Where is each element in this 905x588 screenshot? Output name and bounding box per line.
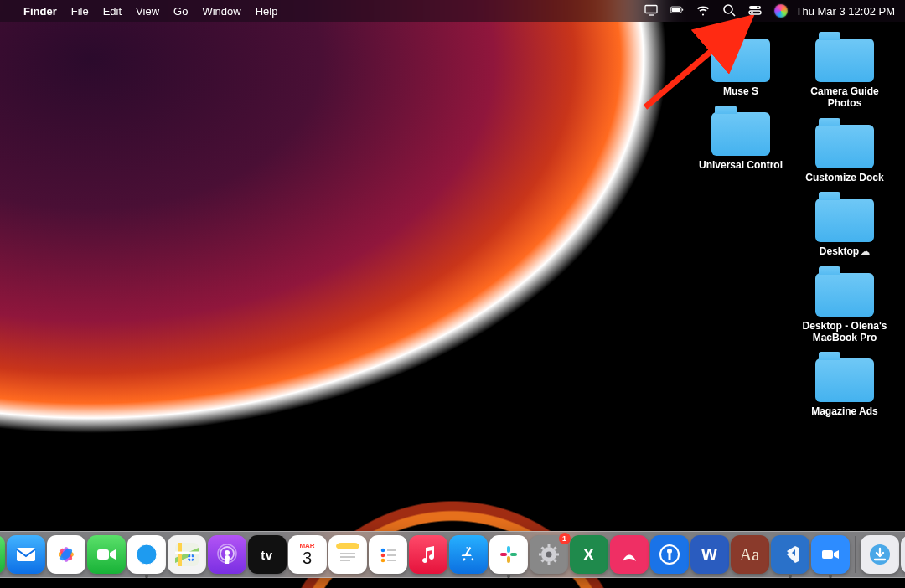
dock-system-preferences[interactable]: 1 [530, 535, 568, 574]
desktop-folder-label: Desktop☁︎ [820, 245, 870, 257]
display-icon[interactable] [644, 3, 658, 19]
dock-vscode[interactable] [771, 535, 809, 574]
dock-separator [855, 536, 856, 573]
desktop-folder-label: Desktop - Olena's MacBook Pro [795, 320, 894, 344]
running-indicator-icon [829, 575, 832, 578]
desktop-folder-desktop-olena[interactable]: Desktop - Olena's MacBook Pro [794, 273, 895, 344]
folder-icon [815, 125, 874, 168]
svg-rect-2 [671, 8, 680, 12]
dock-dictionary[interactable]: Aa [731, 535, 769, 574]
svg-rect-14 [17, 548, 35, 561]
dock-calendar[interactable]: MAR3 [288, 535, 327, 574]
badge: 1 [559, 533, 571, 544]
folder-icon [815, 273, 874, 317]
folder-icon [711, 39, 770, 82]
svg-rect-28 [336, 543, 359, 549]
menubar: Finder File Edit View Go Window Help Thu… [0, 0, 905, 22]
dock-mail[interactable] [7, 535, 45, 574]
svg-rect-34 [507, 546, 510, 553]
dock-podcasts[interactable] [208, 535, 246, 574]
desktop-folder-desktop-cloud[interactable]: Desktop☁︎ [794, 199, 895, 257]
svg-point-31 [380, 554, 385, 558]
dock-appstore[interactable] [449, 535, 488, 574]
svg-point-32 [380, 559, 385, 563]
svg-rect-5 [749, 6, 761, 9]
svg-point-24 [225, 550, 230, 555]
desktop-folder-label: Muse S [723, 85, 758, 97]
svg-line-47 [554, 548, 556, 549]
svg-rect-36 [507, 556, 510, 563]
menu-go[interactable]: Go [173, 5, 188, 18]
dock-maps[interactable] [168, 535, 206, 574]
desktop-folder-label: Universal Control [699, 159, 783, 171]
running-indicator-icon [789, 575, 792, 578]
svg-rect-3 [682, 8, 683, 10]
menu-file[interactable]: File [71, 5, 89, 18]
svg-rect-35 [510, 553, 517, 556]
dock-music[interactable] [409, 535, 447, 574]
desktop-folder-muse-s[interactable]: Muse S [690, 39, 791, 97]
running-indicator-icon [507, 575, 510, 578]
desktop-folder-magazine-ads[interactable]: Magazine Ads [794, 358, 895, 417]
dock-slack[interactable] [489, 535, 528, 574]
menu-finder[interactable]: Finder [23, 5, 57, 18]
dock-downloads[interactable] [861, 535, 899, 574]
dock-safari[interactable] [127, 535, 166, 574]
svg-rect-50 [668, 553, 670, 560]
dock-recent1[interactable] [901, 535, 906, 574]
menu-help[interactable]: Help [256, 5, 278, 18]
svg-rect-0 [645, 5, 657, 13]
desktop-folder-universal-control[interactable]: Universal Control [690, 112, 791, 171]
dock-word[interactable]: W [690, 535, 729, 574]
svg-rect-6 [749, 11, 761, 14]
cloud-icon: ☁︎ [861, 246, 870, 256]
folder-icon [711, 112, 770, 156]
menu-view[interactable]: View [136, 5, 159, 18]
desktop-folder-customize-dock[interactable]: Customize Dock [794, 125, 895, 183]
dock-wrap: tvMAR31XWAa [0, 531, 905, 585]
svg-point-4 [724, 5, 732, 13]
svg-line-43 [541, 560, 543, 561]
running-indicator-icon [145, 575, 148, 578]
wifi-icon[interactable] [696, 3, 710, 19]
dock-notes[interactable] [328, 535, 367, 574]
control-center-icon[interactable] [748, 3, 762, 19]
dock-tv[interactable]: tv [248, 535, 287, 574]
svg-rect-19 [97, 549, 109, 560]
menu-edit[interactable]: Edit [103, 5, 122, 18]
folder-icon [815, 199, 874, 242]
dock-messages[interactable] [0, 535, 5, 574]
svg-point-30 [380, 549, 385, 553]
siri-icon[interactable] [774, 4, 788, 18]
dock: tvMAR31XWAa [0, 531, 905, 578]
menubar-status-icons [644, 3, 788, 19]
dock-1password[interactable] [650, 535, 689, 574]
svg-point-39 [546, 552, 551, 558]
dock-photos[interactable] [47, 535, 85, 574]
spotlight-icon[interactable] [722, 3, 736, 19]
folder-icon [815, 358, 874, 402]
dock-reminders[interactable] [369, 535, 407, 574]
svg-point-8 [751, 11, 753, 13]
desktop-folder-label: Customize Dock [805, 172, 883, 183]
battery-icon[interactable] [670, 3, 684, 19]
desktop-folder-label: Camera Guide Photos [795, 85, 894, 110]
menubar-clock[interactable]: Thu Mar 3 12:02 PM [796, 5, 896, 18]
svg-point-7 [757, 6, 759, 8]
app-menus: Finder File Edit View Go Window Help [23, 5, 277, 18]
svg-rect-37 [500, 553, 507, 556]
dock-excel[interactable]: X [570, 535, 608, 574]
dock-facetime[interactable] [87, 535, 126, 574]
desktop-folder-label: Magazine Ads [811, 405, 878, 417]
folder-icon [815, 39, 874, 82]
dock-pixelmator[interactable] [610, 535, 649, 574]
menu-window[interactable]: Window [202, 5, 240, 18]
svg-line-41 [554, 560, 556, 561]
svg-line-45 [541, 548, 543, 549]
desktop-folder-camera-guide-photos[interactable]: Camera Guide Photos [794, 39, 895, 110]
svg-rect-51 [822, 550, 833, 559]
dock-zoom[interactable] [811, 535, 850, 574]
